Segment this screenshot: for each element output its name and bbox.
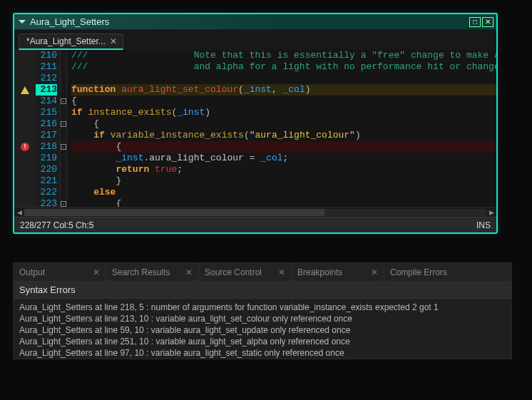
fold-toggle-icon[interactable]: - xyxy=(61,121,66,127)
code-area[interactable]: ! 21021121221321421521621721821922022122… xyxy=(14,50,496,207)
panel-tab[interactable]: Search Results✕ xyxy=(106,263,199,281)
panel-tab-label: Search Results xyxy=(112,267,170,277)
code-line[interactable] xyxy=(71,73,496,84)
line-number[interactable]: 212 xyxy=(36,73,57,84)
line-number[interactable]: 214 xyxy=(36,96,57,107)
scroll-right-icon[interactable]: ▶ xyxy=(488,209,495,216)
code-line[interactable]: { xyxy=(71,96,496,107)
line-number[interactable]: 211 xyxy=(36,61,57,73)
fold-toggle-icon[interactable]: - xyxy=(61,144,66,150)
tab-label: *Aura_Light_Setter... xyxy=(26,36,106,46)
line-number[interactable]: 216 xyxy=(36,118,57,130)
line-number[interactable]: 222 xyxy=(36,187,57,198)
code-line[interactable]: { xyxy=(71,118,496,130)
code-line[interactable]: } xyxy=(71,175,496,187)
status-bar: 228/277 Col:5 Ch:5 INS xyxy=(14,217,496,232)
titlebar[interactable]: Aura_Light_Setters □ ✕ xyxy=(14,14,496,30)
line-number[interactable]: 215 xyxy=(36,107,57,118)
code-line[interactable]: { xyxy=(71,198,496,207)
window-title: Aura_Light_Setters xyxy=(30,16,468,27)
line-number[interactable]: 210 xyxy=(36,50,57,61)
error-row[interactable]: Aura_Light_Setters at line 218, 5 : numb… xyxy=(14,302,511,313)
panel-tab[interactable]: Source Control✕ xyxy=(199,263,292,281)
close-icon[interactable]: ✕ xyxy=(185,267,193,277)
code-lines[interactable]: /// Note that this is essentially a "fre… xyxy=(67,50,496,207)
close-icon[interactable]: ✕ xyxy=(93,267,100,277)
panel-tab-label: Compile Errors xyxy=(390,267,447,277)
error-row[interactable]: Aura_Light_Setters at line 251, 10 : var… xyxy=(14,336,511,347)
panel-tab-label: Output xyxy=(19,267,45,277)
code-editor-window: Aura_Light_Setters □ ✕ *Aura_Light_Sette… xyxy=(13,13,498,234)
horizontal-scrollbar[interactable]: ◀ ▶ xyxy=(14,207,496,217)
code-line[interactable]: else xyxy=(71,187,496,198)
error-row[interactable]: Aura_Light_Setters at line 59, 10 : vari… xyxy=(14,324,511,336)
scroll-thumb[interactable] xyxy=(24,209,324,216)
panel-tab-label: Breakpoints xyxy=(297,267,342,277)
line-number[interactable]: 218 xyxy=(36,141,57,153)
close-icon[interactable]: ✕ xyxy=(110,36,117,46)
resize-grip[interactable]: · · · · · · · · · · · · · · · · xyxy=(13,235,519,241)
panel-tab[interactable]: Breakpoints✕ xyxy=(292,263,384,281)
fold-toggle-icon[interactable]: - xyxy=(61,201,66,207)
code-line[interactable]: if variable_instance_exists("aura_light_… xyxy=(71,130,496,141)
warning-icon[interactable] xyxy=(21,86,29,94)
scroll-track[interactable] xyxy=(24,209,486,216)
error-icon[interactable]: ! xyxy=(21,143,29,151)
panel-tab[interactable]: Output✕ xyxy=(14,263,106,281)
panel-tab-label: Source Control xyxy=(205,267,262,277)
marker-gutter: ! xyxy=(14,50,36,207)
line-number[interactable]: 223 xyxy=(36,198,57,207)
close-button[interactable]: ✕ xyxy=(482,17,493,27)
code-line[interactable]: return true; xyxy=(71,164,496,175)
close-icon[interactable]: ✕ xyxy=(371,267,378,277)
output-panel: Output✕Search Results✕Source Control✕Bre… xyxy=(13,262,512,359)
fold-toggle-icon[interactable]: - xyxy=(61,98,66,104)
panel-tab[interactable]: Compile Errors xyxy=(384,263,511,281)
code-line[interactable]: /// and alpha for a light with no perfor… xyxy=(71,61,496,73)
fold-gutter: ---- xyxy=(60,50,67,207)
close-icon[interactable]: ✕ xyxy=(278,267,285,277)
line-number[interactable]: 220 xyxy=(36,164,57,175)
cursor-position: 228/277 Col:5 Ch:5 xyxy=(20,220,93,230)
error-list[interactable]: Aura_Light_Setters at line 218, 5 : numb… xyxy=(14,299,511,359)
code-line[interactable]: { xyxy=(71,141,496,153)
line-number[interactable]: 219 xyxy=(36,153,57,164)
line-number[interactable]: 217 xyxy=(36,130,57,141)
insert-mode: INS xyxy=(476,220,491,230)
panel-header: Syntax Errors xyxy=(14,282,511,299)
maximize-button[interactable]: □ xyxy=(469,17,481,27)
error-row[interactable]: Aura_Light_Setters at line 97, 10 : vari… xyxy=(14,347,511,359)
error-row[interactable]: Aura_Light_Setters at line 213, 10 : var… xyxy=(14,313,511,324)
editor-tab[interactable]: *Aura_Light_Setter... ✕ xyxy=(19,34,123,50)
line-number[interactable]: 213 xyxy=(36,84,57,96)
code-line[interactable]: /// Note that this is essentially a "fre… xyxy=(71,50,496,61)
code-line[interactable]: function aura_light_set_colour(_inst, _c… xyxy=(71,84,496,96)
panel-tab-bar: Output✕Search Results✕Source Control✕Bre… xyxy=(14,263,511,282)
collapse-icon[interactable] xyxy=(19,20,26,24)
tab-bar: *Aura_Light_Setter... ✕ xyxy=(14,30,496,50)
scroll-left-icon[interactable]: ◀ xyxy=(16,209,23,216)
line-number[interactable]: 221 xyxy=(36,175,57,187)
code-line[interactable]: if instance_exists(_inst) xyxy=(71,107,496,118)
code-line[interactable]: _inst.aura_light_colour = _col; xyxy=(71,153,496,164)
line-number-gutter: 2102112122132142152162172182192202212222… xyxy=(36,50,60,207)
